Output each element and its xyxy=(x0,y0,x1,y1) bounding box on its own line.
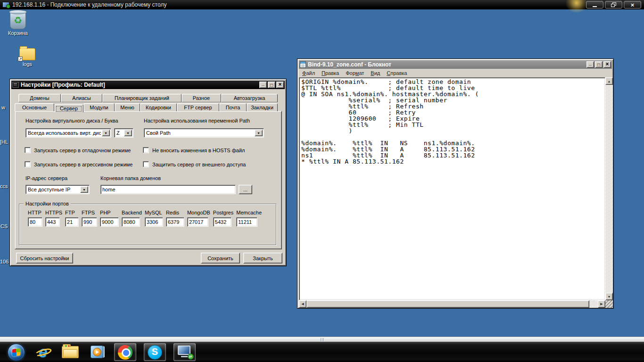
port-field-http: HTTP xyxy=(28,210,42,227)
settings-minimize-button[interactable] xyxy=(259,82,267,88)
internet-explorer-icon: e xyxy=(34,344,53,361)
taskbar-item-windows-explorer[interactable] xyxy=(57,343,83,362)
tab-aliases[interactable]: Алиасы xyxy=(61,94,102,102)
rdp-horizontal-scrollbar[interactable] xyxy=(0,337,644,342)
menu-view[interactable]: Вид xyxy=(367,69,383,77)
tab-misc[interactable]: Разное xyxy=(182,94,221,102)
port-label-postgres: Postgres xyxy=(213,210,233,215)
path-mode-select[interactable]: Свой Path xyxy=(144,128,264,138)
desktop-icon-recycle-bin[interactable]: ♻ Корзина xyxy=(3,11,33,36)
rdp-restore-button[interactable] xyxy=(605,1,622,8)
dropdown-arrow-icon[interactable] xyxy=(255,130,263,136)
tab-server[interactable]: Сервер xyxy=(54,104,83,112)
reset-settings-button[interactable]: Сбросить настройки xyxy=(16,253,73,263)
rdp-connection-title: 192.168.1.16 - Подключение к удаленному … xyxy=(12,1,166,8)
app-terminal-icon xyxy=(12,82,19,88)
tab-modules[interactable]: Модули xyxy=(83,103,115,111)
settings-maximize-button[interactable] xyxy=(268,82,275,88)
zone-file-content: $ORIGIN %domain%. ; default zone domain … xyxy=(299,78,605,165)
port-input-http[interactable] xyxy=(28,217,42,227)
horizontal-scrollbar[interactable] xyxy=(299,300,605,308)
dropdown-arrow-icon[interactable] xyxy=(124,130,132,136)
start-button[interactable] xyxy=(3,343,30,362)
virtual-disk-value: Всегда использовать вирт. диск xyxy=(26,129,101,137)
port-label-redis: Redis xyxy=(166,210,184,215)
domains-root-input[interactable] xyxy=(100,185,236,194)
scroll-left-button[interactable] xyxy=(299,300,306,308)
protect-server-checkbox[interactable] xyxy=(143,161,149,167)
notepad-icon xyxy=(300,61,306,68)
taskbar-item-remote-desktop[interactable] xyxy=(173,343,196,361)
disk-letter-value: Z xyxy=(115,129,123,137)
taskbar-item-chrome[interactable] xyxy=(114,343,136,361)
settings-close-button[interactable] xyxy=(276,82,284,88)
scrollbar-grip-icon xyxy=(321,338,321,341)
close-button[interactable]: Закрыть xyxy=(243,253,282,263)
port-field-redis: Redis xyxy=(166,210,184,227)
notepad-text-area[interactable]: $ORIGIN %domain%. ; default zone domain … xyxy=(299,77,605,300)
settings-window: Настройки [Профиль: Default] Домены Алиа… xyxy=(9,79,287,266)
scroll-up-button[interactable] xyxy=(605,77,613,85)
menu-help[interactable]: Справка xyxy=(383,69,410,77)
desktop-icon-logs[interactable]: ↗ logs xyxy=(13,48,42,67)
debug-mode-checkbox[interactable] xyxy=(25,147,31,153)
port-input-ftps[interactable] xyxy=(82,217,97,227)
dropdown-arrow-icon[interactable] xyxy=(80,186,88,193)
tab-domains[interactable]: Домены xyxy=(18,94,61,102)
tab-scheduler[interactable]: Планировщик заданий xyxy=(102,94,182,102)
tab-mail[interactable]: Почта xyxy=(219,103,247,111)
scroll-down-button[interactable] xyxy=(605,293,613,300)
recycle-bin-icon: ♻ xyxy=(10,11,26,29)
menu-format[interactable]: Формат xyxy=(342,69,367,77)
tab-autostart[interactable]: Автозагрузка xyxy=(221,94,278,102)
aggressive-mode-checkbox[interactable] xyxy=(25,161,31,167)
rdp-minimize-button[interactable] xyxy=(586,1,603,8)
disk-letter-select[interactable]: Z xyxy=(114,128,133,138)
menu-edit[interactable]: Правка xyxy=(318,69,342,77)
port-input-https[interactable] xyxy=(45,217,60,227)
notepad-close-button[interactable] xyxy=(603,61,611,68)
tab-bookmarks[interactable]: Закладки xyxy=(247,103,278,111)
scrollbar-thumb[interactable] xyxy=(306,300,589,308)
virtual-disk-select[interactable]: Всегда использовать вирт. диск xyxy=(25,128,111,138)
port-input-mongodb[interactable] xyxy=(187,217,208,227)
aggressive-mode-label: Запускать сервер в агрессивном режиме xyxy=(34,162,132,167)
remote-desktop-icon xyxy=(2,2,9,8)
port-input-postgres[interactable] xyxy=(213,217,231,227)
port-input-mysql[interactable] xyxy=(145,217,163,227)
port-input-php[interactable] xyxy=(100,217,119,227)
server-ip-select[interactable]: Все доступные IP xyxy=(25,185,90,194)
port-label-http: HTTP xyxy=(28,210,42,215)
tab-menu[interactable]: Меню xyxy=(115,103,140,111)
rdp-close-button[interactable] xyxy=(624,1,641,8)
port-field-mysql: MySQL xyxy=(145,210,163,227)
browse-button[interactable]: ... xyxy=(239,185,252,194)
port-label-ftp: FTP xyxy=(65,210,79,215)
settings-titlebar[interactable]: Настройки [Профиль: Default] xyxy=(11,81,285,89)
save-button[interactable]: Сохранить xyxy=(201,253,240,263)
port-label-php: PHP xyxy=(100,210,119,215)
tab-encodings[interactable]: Кодировки xyxy=(140,103,177,111)
vertical-scrollbar[interactable] xyxy=(605,77,613,300)
hosts-file-checkbox[interactable] xyxy=(143,147,149,153)
tab-ftp-server[interactable]: FTP сервер xyxy=(177,103,219,111)
taskbar-item-internet-explorer[interactable]: e xyxy=(30,343,57,362)
notepad-titlebar[interactable]: Bind-9.10_zone.conf - Блокнот xyxy=(299,60,612,69)
shortcut-arrow-icon: ↗ xyxy=(18,57,23,61)
port-input-redis[interactable] xyxy=(166,217,184,227)
taskbar-item-media-player[interactable] xyxy=(83,343,110,362)
port-field-php: PHP xyxy=(100,210,119,227)
notepad-maximize-button[interactable] xyxy=(595,61,603,68)
port-input-ftp[interactable] xyxy=(65,217,79,227)
tab-general[interactable]: Основные xyxy=(15,103,54,111)
notepad-minimize-button[interactable] xyxy=(586,61,594,68)
path-mode-value: Свой Path xyxy=(144,129,254,137)
resize-grip[interactable] xyxy=(605,300,613,308)
taskbar-item-skype[interactable] xyxy=(144,343,166,361)
port-input-backend[interactable] xyxy=(122,217,140,227)
scroll-right-button[interactable] xyxy=(598,300,605,308)
menu-file[interactable]: Файл xyxy=(299,69,318,77)
port-field-postgres: Postgres xyxy=(213,210,233,227)
port-input-memcache[interactable] xyxy=(236,217,257,227)
dropdown-arrow-icon[interactable] xyxy=(102,130,110,136)
